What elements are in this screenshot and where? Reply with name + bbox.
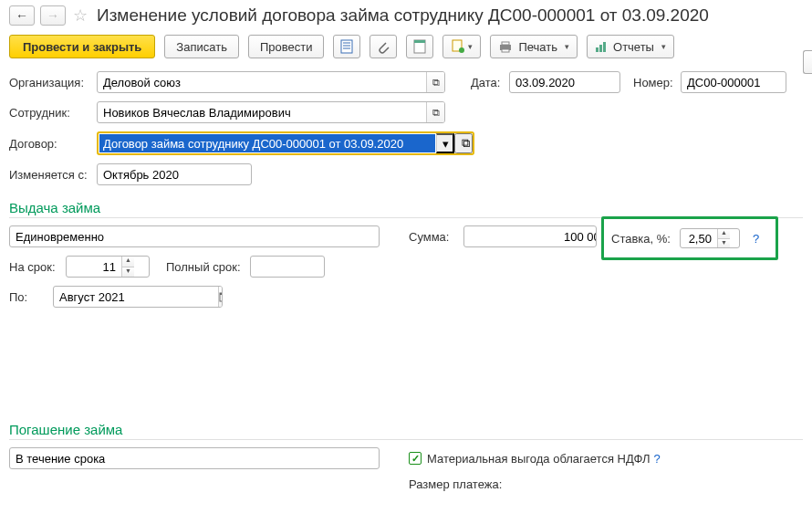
issue-section-title: Выдача займа bbox=[9, 200, 803, 218]
attach-icon[interactable] bbox=[370, 35, 397, 58]
term-field[interactable]: ▲▼ bbox=[66, 256, 150, 278]
post-button[interactable]: Провести bbox=[248, 35, 325, 58]
chevron-down-icon: ▾ bbox=[468, 42, 473, 51]
till-field[interactable]: ▲ ▼ bbox=[53, 286, 223, 308]
svg-rect-0 bbox=[341, 40, 352, 53]
org-field[interactable]: ⧉ bbox=[97, 71, 445, 93]
employee-label: Сотрудник: bbox=[9, 106, 97, 120]
changes-from-field[interactable]: ▲ ▼ bbox=[97, 163, 252, 185]
date-field[interactable] bbox=[509, 71, 620, 93]
spin-down[interactable]: ▼ bbox=[122, 267, 134, 278]
svg-rect-10 bbox=[502, 49, 509, 52]
print-label: Печать bbox=[518, 40, 557, 54]
svg-rect-13 bbox=[603, 42, 606, 52]
reports-icon bbox=[595, 40, 608, 53]
ndfl-checkbox[interactable]: ✓ bbox=[409, 452, 422, 465]
number-label: Номер: bbox=[633, 76, 681, 89]
payment-size-label: Размер платежа: bbox=[409, 477, 502, 491]
contract-label: Договор: bbox=[9, 137, 97, 151]
spin-up[interactable]: ▲ bbox=[122, 257, 134, 267]
org-label: Организация: bbox=[9, 76, 97, 89]
repay-section-title: Погашение займа bbox=[9, 422, 803, 440]
changes-from-label: Изменяется с: bbox=[9, 168, 97, 182]
term-label: На срок: bbox=[9, 260, 66, 274]
rate-field[interactable]: ▲▼ bbox=[680, 228, 740, 248]
employee-input[interactable] bbox=[98, 102, 426, 122]
help-icon[interactable]: ? bbox=[653, 452, 660, 466]
chevron-down-icon: ▾ bbox=[565, 42, 569, 51]
issue-mode-field[interactable] bbox=[9, 225, 380, 247]
spin-up[interactable]: ▲ bbox=[718, 229, 730, 238]
repay-mode-input[interactable] bbox=[10, 448, 379, 468]
calendar-icon[interactable] bbox=[218, 287, 223, 307]
open-icon[interactable]: ⧉ bbox=[454, 133, 473, 153]
chevron-down-icon: ▾ bbox=[661, 42, 666, 51]
open-icon[interactable]: ⧉ bbox=[426, 72, 444, 92]
rate-label: Ставка, %: bbox=[611, 232, 671, 246]
full-term-field bbox=[250, 256, 325, 278]
full-term-input bbox=[251, 257, 325, 277]
till-input[interactable] bbox=[54, 287, 218, 307]
reports-button[interactable]: Отчеты ▾ bbox=[587, 35, 674, 58]
term-input[interactable] bbox=[67, 257, 121, 277]
spin-down[interactable]: ▼ bbox=[718, 238, 730, 248]
open-icon[interactable]: ⧉ bbox=[426, 102, 444, 122]
svg-rect-19 bbox=[220, 293, 223, 295]
contract-field[interactable]: Договор займа сотруднику ДС00-000001 от … bbox=[97, 131, 474, 155]
favorite-star-icon[interactable]: ☆ bbox=[73, 5, 88, 26]
full-term-label: Полный срок: bbox=[166, 260, 250, 274]
truncated-toolbar-item[interactable] bbox=[803, 50, 812, 74]
sum-field[interactable] bbox=[463, 225, 597, 247]
printer-icon bbox=[498, 40, 513, 53]
sum-label: Сумма: bbox=[409, 230, 463, 244]
sum-input[interactable] bbox=[464, 226, 597, 246]
nav-back-button[interactable]: ← bbox=[9, 5, 35, 26]
svg-rect-11 bbox=[596, 47, 599, 52]
dropdown-icon[interactable]: ▾ bbox=[436, 133, 454, 153]
rate-input[interactable] bbox=[681, 229, 717, 247]
date-input[interactable] bbox=[510, 72, 620, 92]
highlight-rate-box: Ставка, %: ▲▼ ? bbox=[601, 216, 778, 260]
reports-label: Отчеты bbox=[613, 40, 654, 54]
svg-rect-12 bbox=[599, 45, 602, 52]
ndfl-label: Материальная выгода облагается НДФЛ bbox=[427, 452, 650, 466]
print-button[interactable]: Печать ▾ bbox=[490, 35, 578, 58]
org-input[interactable] bbox=[98, 72, 426, 92]
number-input[interactable] bbox=[682, 72, 786, 92]
svg-rect-5 bbox=[414, 40, 425, 43]
document-icon[interactable] bbox=[406, 35, 433, 58]
help-icon[interactable]: ? bbox=[753, 232, 759, 246]
form-icon[interactable] bbox=[333, 35, 360, 58]
svg-rect-9 bbox=[502, 42, 509, 45]
page-title: Изменение условий договора займа сотрудн… bbox=[97, 5, 709, 26]
issue-mode-input[interactable] bbox=[10, 226, 379, 246]
changes-from-input[interactable] bbox=[98, 164, 252, 184]
post-and-close-button[interactable]: Провести и закрыть bbox=[9, 35, 155, 58]
contract-value[interactable]: Договор займа сотруднику ДС00-000001 от … bbox=[99, 134, 435, 152]
employee-field[interactable]: ⧉ bbox=[97, 101, 445, 123]
nav-forward-button[interactable]: → bbox=[40, 5, 66, 26]
date-label: Дата: bbox=[471, 76, 509, 89]
create-based-on-button[interactable]: ▾ bbox=[442, 35, 481, 58]
svg-point-7 bbox=[459, 47, 464, 53]
save-button[interactable]: Записать bbox=[164, 35, 239, 58]
repay-mode-field[interactable] bbox=[9, 447, 380, 469]
till-label: По: bbox=[9, 290, 53, 304]
number-field[interactable] bbox=[681, 71, 786, 93]
